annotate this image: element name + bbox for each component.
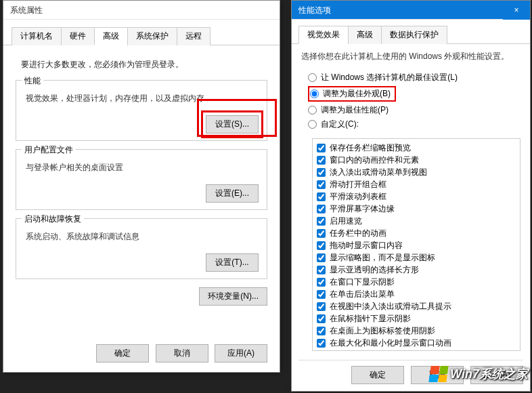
- sysprops-title: 系统属性: [10, 5, 43, 15]
- visual-effect-checkbox[interactable]: [317, 180, 326, 189]
- radio-best-appearance[interactable]: 调整为最佳外观(B): [308, 86, 519, 102]
- visual-effect-item[interactable]: 在鼠标指针下显示阴影: [317, 313, 516, 325]
- tab-dep[interactable]: 数据执行保护: [381, 26, 447, 44]
- visual-effect-label: 在窗口下显示阴影: [330, 276, 395, 288]
- group-user-profiles: 用户配置文件 与登录帐户相关的桌面设置 设置(E)...: [16, 149, 267, 210]
- sysprops-tabstrip: 计算机名 硬件 高级 系统保护 远程: [3, 20, 280, 45]
- radio-input-2[interactable]: [308, 106, 317, 115]
- perfopt-radio-group: 让 Windows 选择计算机的最佳设置(L) 调整为最佳外观(B) 调整为最佳…: [292, 66, 530, 136]
- visual-effect-item[interactable]: 在最大化和最小化时显示窗口动画: [317, 337, 516, 349]
- visual-effect-label: 在视图中淡入淡出或滑动工具提示: [330, 301, 451, 312]
- tab-remote[interactable]: 远程: [177, 27, 210, 45]
- group-startup-title: 启动和故障恢复: [22, 213, 84, 225]
- visual-effect-checkbox[interactable]: [317, 290, 326, 299]
- environment-variables-button[interactable]: 环境变量(N)...: [199, 287, 267, 306]
- admin-required-msg: 要进行大多数更改，您必须作为管理员登录。: [21, 59, 267, 70]
- system-properties-dialog: 系统属性 计算机名 硬件 高级 系统保护 远程 要进行大多数更改，您必须作为管理…: [3, 0, 280, 373]
- visual-effect-checkbox[interactable]: [317, 314, 326, 323]
- visual-effect-label: 拖动时显示窗口内容: [330, 240, 403, 251]
- visual-effect-item[interactable]: 在单击后淡出菜单: [317, 289, 516, 300]
- group-startup-recovery: 启动和故障恢复 系统启动、系统故障和调试信息 设置(T)...: [16, 218, 267, 279]
- visual-effect-item[interactable]: 在窗口下显示阴影: [317, 276, 516, 288]
- visual-effect-label: 窗口内的动画控件和元素: [330, 154, 419, 166]
- group-startup-desc: 系统启动、系统故障和调试信息: [26, 231, 259, 243]
- radio-input-1[interactable]: [310, 89, 319, 98]
- performance-options-dialog: 性能选项 × 视觉效果 高级 数据执行保护 选择你想在此计算机上使用的 Wind…: [291, 0, 531, 392]
- perfopt-apply-button[interactable]: 应用(A): [470, 366, 523, 384]
- visual-effect-label: 显示亚透明的选择长方形: [330, 264, 419, 276]
- visual-effect-label: 在最大化和最小化时显示窗口动画: [330, 337, 451, 349]
- radio-let-windows-choose[interactable]: 让 Windows 选择计算机的最佳设置(L): [308, 72, 519, 83]
- tab-system-protection[interactable]: 系统保护: [127, 27, 177, 45]
- settings-profiles-button[interactable]: 设置(E)...: [206, 184, 259, 203]
- group-performance-title: 性能: [22, 75, 43, 87]
- visual-effect-item[interactable]: 显示缩略图，而不是显示图标: [317, 252, 516, 264]
- sysprops-titlebar[interactable]: 系统属性: [3, 1, 280, 20]
- visual-effects-list[interactable]: 保存任务栏缩略图预览窗口内的动画控件和元素淡入淡出或滑动菜单到视图滑动打开组合框…: [312, 138, 520, 351]
- visual-effect-label: 在鼠标指针下显示阴影: [330, 313, 411, 325]
- group-profiles-title: 用户配置文件: [22, 144, 76, 156]
- visual-effect-item[interactable]: 保存任务栏缩略图预览: [317, 142, 516, 154]
- visual-effect-checkbox[interactable]: [317, 156, 326, 165]
- tab-perf-advanced[interactable]: 高级: [348, 26, 382, 44]
- perfopt-tabstrip: 视觉效果 高级 数据执行保护: [292, 20, 530, 44]
- visual-effect-checkbox[interactable]: [317, 266, 326, 274]
- sysprops-content: 要进行大多数更改，您必须作为管理员登录。 性能 视觉效果，处理器计划，内存使用，…: [3, 45, 280, 315]
- visual-effect-item[interactable]: 任务栏中的动画: [317, 228, 516, 239]
- visual-effect-item[interactable]: 在桌面上为图标标签使用阴影: [317, 325, 516, 337]
- visual-effect-checkbox[interactable]: [317, 144, 326, 152]
- visual-effect-checkbox[interactable]: [317, 327, 326, 335]
- visual-effect-checkbox[interactable]: [317, 278, 326, 287]
- visual-effect-checkbox[interactable]: [317, 192, 326, 201]
- sysprops-apply-button[interactable]: 应用(A): [215, 344, 267, 363]
- perfopt-title: 性能选项: [298, 1, 331, 20]
- radio-best-performance[interactable]: 调整为最佳性能(P): [308, 104, 519, 116]
- perfopt-titlebar[interactable]: 性能选项 ×: [292, 1, 530, 20]
- visual-effect-label: 在单击后淡出菜单: [330, 289, 395, 300]
- tab-visual-effects[interactable]: 视觉效果: [298, 26, 349, 44]
- visual-effect-label: 任务栏中的动画: [330, 228, 386, 239]
- visual-effect-item[interactable]: 拖动时显示窗口内容: [317, 240, 516, 251]
- perfopt-footer: 确定 取消 应用(A): [298, 360, 523, 384]
- visual-effect-checkbox[interactable]: [317, 229, 326, 238]
- visual-effect-item[interactable]: 平滑屏幕字体边缘: [317, 203, 516, 215]
- visual-effect-label: 保存任务栏缩略图预览: [330, 142, 411, 154]
- visual-effect-label: 平滑屏幕字体边缘: [330, 203, 395, 215]
- visual-effect-item[interactable]: 在视图中淡入淡出或滑动工具提示: [317, 301, 516, 312]
- visual-effect-label: 平滑滚动列表框: [330, 191, 386, 203]
- visual-effect-checkbox[interactable]: [317, 217, 326, 226]
- radio-input-0[interactable]: [308, 73, 317, 82]
- visual-effect-item[interactable]: 窗口内的动画控件和元素: [317, 154, 516, 166]
- visual-effect-item[interactable]: 平滑滚动列表框: [317, 191, 516, 203]
- tab-computer-name[interactable]: 计算机名: [12, 27, 62, 45]
- visual-effect-checkbox[interactable]: [317, 302, 326, 311]
- highlight-box-performance: [197, 99, 277, 137]
- visual-effect-checkbox[interactable]: [317, 339, 326, 348]
- visual-effect-item[interactable]: 淡入淡出或滑动菜单到视图: [317, 167, 516, 178]
- settings-startup-button[interactable]: 设置(T)...: [206, 253, 259, 272]
- visual-effect-item[interactable]: 显示亚透明的选择长方形: [317, 264, 516, 276]
- sysprops-cancel-button[interactable]: 取消: [156, 344, 208, 363]
- visual-effect-item[interactable]: 启用速览: [317, 215, 516, 227]
- visual-effect-checkbox[interactable]: [317, 253, 326, 262]
- sysprops-footer: 确定 取消 应用(A): [92, 344, 267, 363]
- tab-hardware[interactable]: 硬件: [61, 27, 95, 45]
- sysprops-ok-button[interactable]: 确定: [96, 344, 149, 363]
- visual-effect-label: 在桌面上为图标标签使用阴影: [330, 325, 435, 337]
- perfopt-ok-button[interactable]: 确定: [351, 366, 404, 384]
- visual-effect-label: 启用速览: [330, 215, 362, 227]
- visual-effect-checkbox[interactable]: [317, 205, 326, 213]
- visual-effect-checkbox[interactable]: [317, 241, 326, 250]
- tab-advanced[interactable]: 高级: [94, 27, 128, 45]
- radio-input-3[interactable]: [308, 120, 317, 129]
- visual-effect-label: 淡入淡出或滑动菜单到视图: [330, 167, 427, 178]
- radio-custom[interactable]: 自定义(C):: [308, 119, 519, 130]
- visual-effect-label: 显示缩略图，而不是显示图标: [330, 252, 435, 264]
- group-profiles-desc: 与登录帐户相关的桌面设置: [26, 162, 259, 173]
- visual-effect-label: 滑动打开组合框: [330, 179, 386, 190]
- close-icon[interactable]: ×: [503, 1, 530, 20]
- perfopt-cancel-button[interactable]: 取消: [411, 366, 464, 384]
- visual-effect-item[interactable]: 滑动打开组合框: [317, 179, 516, 190]
- visual-effect-checkbox[interactable]: [317, 168, 326, 177]
- perfopt-desc: 选择你想在此计算机上使用的 Windows 外观和性能设置。: [292, 44, 530, 66]
